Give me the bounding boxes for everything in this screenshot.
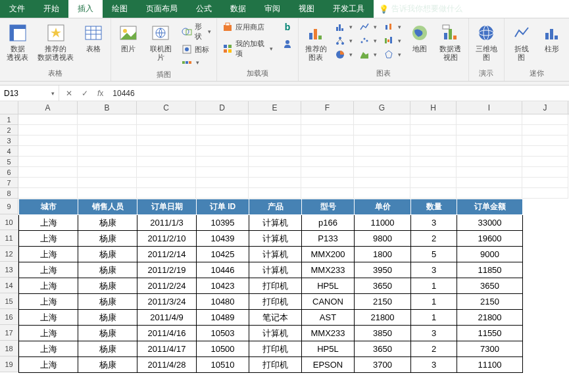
table-cell[interactable]: 杨康 xyxy=(78,262,137,278)
table-header[interactable]: 订单金额 xyxy=(457,199,523,215)
table-cell[interactable]: 9800 xyxy=(355,231,411,247)
table-cell[interactable]: 上海 xyxy=(19,215,78,231)
table-cell[interactable]: 10480 xyxy=(197,294,249,310)
table-cell[interactable]: 3950 xyxy=(355,262,411,278)
table-row[interactable]: 上海杨康2011/2/2410423打印机HP5L365013650 xyxy=(19,278,523,294)
table-cell[interactable]: 10395 xyxy=(197,215,249,231)
table-cell[interactable]: 10503 xyxy=(197,326,249,341)
recommended-charts-button[interactable]: 推荐的 图表 xyxy=(303,21,330,63)
pivot-chart-button[interactable]: 数据透视图 xyxy=(437,21,464,63)
row-header[interactable]: 19 xyxy=(0,356,18,372)
table-header[interactable]: 订单日期 xyxy=(137,199,197,215)
tab-formulas[interactable]: 公式 xyxy=(187,0,221,18)
fx-icon[interactable]: fx xyxy=(97,89,103,98)
table-cell[interactable]: 笔记本 xyxy=(249,310,302,326)
table-cell[interactable]: HP5L xyxy=(302,278,355,294)
table-cell[interactable]: 杨康 xyxy=(78,278,137,294)
table-header[interactable]: 订单 ID xyxy=(197,199,249,215)
waterfall-chart-button[interactable]: ▾ xyxy=(382,35,403,47)
table-cell[interactable]: 3650 xyxy=(457,278,523,294)
table-header[interactable]: 单价 xyxy=(355,199,411,215)
table-cell[interactable]: 3 xyxy=(411,326,457,341)
sparkline-column-button[interactable]: 柱形 xyxy=(539,21,565,55)
online-picture-button[interactable]: 联机图片 xyxy=(145,21,176,63)
table-cell[interactable]: 计算机 xyxy=(249,326,302,341)
line-chart-button[interactable]: ▾ xyxy=(358,21,378,33)
table-cell[interactable]: 10489 xyxy=(197,310,249,326)
table-cell[interactable]: 3650 xyxy=(355,341,411,357)
table-cell[interactable]: 杨康 xyxy=(78,231,137,247)
table-cell[interactable]: 5 xyxy=(411,247,457,262)
table-cell[interactable]: 3 xyxy=(411,262,457,278)
sparkline-line-button[interactable]: 折线图 xyxy=(508,21,535,63)
icons-button[interactable]: 图标 xyxy=(180,43,213,55)
map-button[interactable]: 地图 xyxy=(407,21,433,55)
table-cell[interactable]: 上海 xyxy=(19,326,78,341)
table-cell[interactable]: 10510 xyxy=(197,357,249,373)
table-cell[interactable]: 上海 xyxy=(19,262,78,278)
column-header[interactable]: I xyxy=(457,101,522,114)
table-cell[interactable]: 上海 xyxy=(19,247,78,262)
table-cell[interactable]: 打印机 xyxy=(249,357,302,373)
table-cell[interactable]: 2 xyxy=(411,341,457,357)
table-cell[interactable]: 计算机 xyxy=(249,262,302,278)
pie-chart-button[interactable]: ▾ xyxy=(334,49,354,61)
table-cell[interactable]: 3 xyxy=(411,357,457,373)
table-cell[interactable]: P133 xyxy=(302,231,355,247)
column-header[interactable]: J xyxy=(522,101,568,114)
tab-insert[interactable]: 插入 xyxy=(68,0,103,18)
table-cell[interactable]: 上海 xyxy=(19,341,78,357)
table-cell[interactable]: 1 xyxy=(411,278,457,294)
table-cell[interactable]: 2011/2/24 xyxy=(137,278,197,294)
table-cell[interactable]: HP5L xyxy=(302,341,355,357)
bing-button[interactable]: b xyxy=(281,21,294,33)
table-cell[interactable]: 2011/4/17 xyxy=(137,341,197,357)
my-addins-button[interactable]: 我的加载项▾ xyxy=(221,38,274,59)
recommended-pivot-button[interactable]: 推荐的 数据透视表 xyxy=(35,21,76,63)
table-row[interactable]: 上海杨康2011/4/910489笔记本AST21800121800 xyxy=(19,310,523,326)
table-cell[interactable]: 10423 xyxy=(197,278,249,294)
table-cell[interactable]: 11100 xyxy=(457,357,523,373)
row-header[interactable]: 5 xyxy=(0,157,18,167)
column-header[interactable]: F xyxy=(301,101,354,114)
row-header[interactable]: 1 xyxy=(0,114,18,125)
row-header[interactable]: 12 xyxy=(0,246,18,262)
table-row[interactable]: 上海杨康2011/1/310395计算机p16611000333000 xyxy=(19,215,523,231)
store-button[interactable]: 应用商店 xyxy=(221,21,274,33)
table-cell[interactable]: 11550 xyxy=(457,326,523,341)
row-header[interactable]: 18 xyxy=(0,341,18,356)
table-cell[interactable]: 10425 xyxy=(197,247,249,262)
column-header[interactable]: H xyxy=(410,101,457,114)
tab-data[interactable]: 数据 xyxy=(221,0,255,18)
table-cell[interactable]: 杨康 xyxy=(78,215,137,231)
table-row[interactable]: 上海杨康2011/4/1610503计算机MMX2333850311550 xyxy=(19,326,523,341)
table-header[interactable]: 数量 xyxy=(411,199,457,215)
tab-pagelayout[interactable]: 页面布局 xyxy=(137,0,187,18)
cancel-icon[interactable]: ✕ xyxy=(66,89,72,98)
table-cell[interactable]: 2011/1/3 xyxy=(137,215,197,231)
table-cell[interactable]: 3700 xyxy=(355,357,411,373)
table-header[interactable]: 销售人员 xyxy=(78,199,137,215)
table-row[interactable]: 上海杨康2011/3/2410480打印机CANON215012150 xyxy=(19,294,523,310)
column-header[interactable]: A xyxy=(18,101,78,114)
table-cell[interactable]: 2011/4/9 xyxy=(137,310,197,326)
table-cell[interactable]: 21800 xyxy=(355,310,411,326)
table-cell[interactable]: 33000 xyxy=(457,215,523,231)
table-row[interactable]: 上海杨康2011/2/1410425计算机MMX200180059000 xyxy=(19,247,523,262)
row-header[interactable]: 14 xyxy=(0,278,18,293)
table-cell[interactable]: AST xyxy=(302,310,355,326)
row-header[interactable]: 13 xyxy=(0,262,18,278)
table-cell[interactable]: 1800 xyxy=(355,247,411,262)
table-cell[interactable]: 2011/3/24 xyxy=(137,294,197,310)
table-cell[interactable]: 杨康 xyxy=(78,341,137,357)
tab-draw[interactable]: 绘图 xyxy=(103,0,137,18)
table-cell[interactable]: 杨康 xyxy=(78,326,137,341)
table-row[interactable]: 上海杨康2011/4/1710500打印机HP5L365027300 xyxy=(19,341,523,357)
people-button[interactable] xyxy=(281,38,294,50)
table-cell[interactable]: CANON xyxy=(302,294,355,310)
table-cell[interactable]: 3850 xyxy=(355,326,411,341)
table-cell[interactable]: 2011/4/16 xyxy=(137,326,197,341)
table-cell[interactable]: 上海 xyxy=(19,357,78,373)
table-cell[interactable]: p166 xyxy=(302,215,355,231)
check-icon[interactable]: ✓ xyxy=(82,89,88,98)
